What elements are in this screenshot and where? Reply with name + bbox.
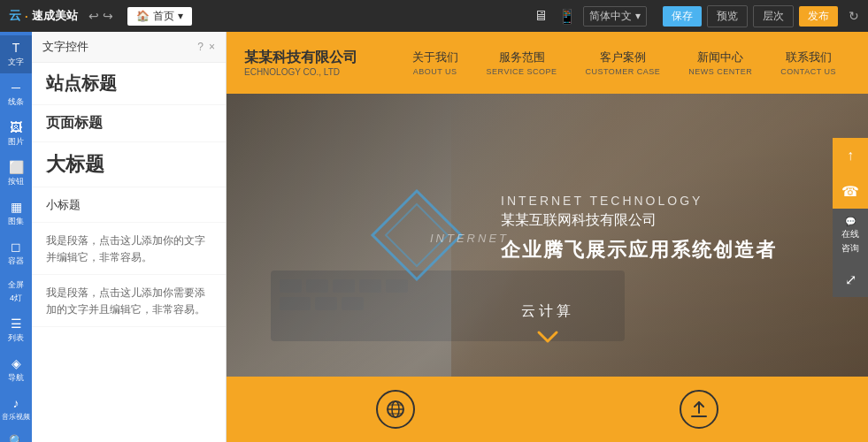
refresh-icon[interactable]: ↻	[849, 9, 859, 23]
media-icon: ♪	[13, 396, 19, 410]
chat-label: 在线	[841, 228, 859, 240]
sidebar-item-nav[interactable]: ◈ 导航	[0, 351, 32, 389]
undo-redo-group: ↩ ↪	[88, 9, 113, 23]
site-nav: 某某科技有限公司 ECHNOLOGY CO., LTD 关于我们 ABOUT U…	[227, 32, 868, 94]
hero-tagline: 企业腾飞展示应用系统创造者	[501, 237, 841, 263]
nav-icon: ◈	[12, 356, 21, 370]
chevron-down-svg	[534, 328, 561, 346]
scroll-top-button[interactable]: ↑	[833, 138, 868, 173]
logo-dot: ·	[25, 10, 28, 23]
sidebar-item-container[interactable]: ◻ 容器	[0, 234, 32, 272]
nav-item-contact[interactable]: 联系我们 CONTACT US	[766, 50, 850, 76]
redo-button[interactable]: ↪	[103, 9, 113, 23]
lang-select[interactable]: 简体中文 ▾	[583, 6, 647, 27]
chat-button[interactable]: 💬 在线 咨询	[833, 209, 868, 262]
hero-section: INTERNET INTERNET TECHNOLOGY 某某互联网科技有限公司…	[227, 94, 868, 377]
bottom-icon-bar	[227, 377, 868, 442]
desktop-icon[interactable]: 🖥	[534, 8, 548, 24]
text-panel-close-icon[interactable]: ×	[209, 41, 215, 53]
hero-arrow-down-icon	[534, 328, 561, 350]
preview-button[interactable]: 预览	[707, 5, 748, 27]
right-actions-bar: 保存 预览 层次 发布 ↻	[663, 5, 859, 27]
container-icon: ◻	[11, 240, 21, 254]
nav-cases-en: CUSTOMER CASE	[585, 67, 660, 76]
text-option-big-title[interactable]: 大标题	[32, 142, 226, 187]
text-option-small-title[interactable]: 小标题	[32, 187, 226, 223]
sidebar-label-text: 文字	[8, 57, 24, 68]
home-label: 首页	[153, 9, 174, 24]
upload-svg	[688, 399, 710, 420]
list-icon: ☰	[11, 316, 22, 331]
sidebar-label-nav: 导航	[8, 372, 24, 384]
search-icon: 🔍	[9, 434, 24, 442]
line-icon: ─	[12, 80, 20, 95]
site-logo-en: ECHNOLOGY CO., LTD	[244, 67, 398, 77]
arrow-up-icon: ↑	[847, 148, 854, 164]
sidebar-label-line: 线条	[8, 96, 24, 108]
tablet-icon[interactable]: 📱	[558, 8, 576, 25]
nav-item-cases[interactable]: 客户案例 CUSTOMER CASE	[571, 50, 674, 76]
nav-about-en: ABOUT US	[413, 67, 457, 76]
text-widget-panel: 文字控件 ? × 站点标题 页面标题 大标题 小标题 我是段落，点击这儿添加你的…	[32, 32, 227, 442]
text-option-page-title[interactable]: 页面标题	[32, 105, 226, 142]
big-title-label: 大标题	[46, 153, 104, 175]
paragraph2-label: 我是段落，点击这儿添加你需要添加的文字并且编辑它，非常容易。	[46, 286, 205, 316]
sidebar-item-media[interactable]: ♪ 音乐视频	[0, 391, 32, 427]
text-panel-help-icon[interactable]: ?	[197, 41, 204, 53]
sidebar-item-line[interactable]: ─ 线条	[0, 75, 32, 113]
sidebar-item-gallery[interactable]: ▦ 图集	[0, 194, 32, 232]
logo-text: 速成美站	[32, 8, 78, 24]
sidebar-label-fullscreen: 4灯	[10, 293, 22, 304]
sidebar-label-list: 列表	[8, 332, 24, 344]
sidebar-label-image: 图片	[8, 136, 24, 148]
text-icon: T	[12, 41, 20, 55]
sidebar-item-image[interactable]: 🖼 图片	[0, 115, 32, 153]
logo-cloud: 云	[9, 8, 21, 24]
phone-button[interactable]: ☎	[833, 173, 868, 209]
sidebar-item-list[interactable]: ☰ 列表	[0, 311, 32, 349]
nav-item-news[interactable]: 新闻中心 NEWS CENTER	[674, 50, 766, 76]
lang-dropdown-icon: ▾	[635, 10, 641, 22]
globe-svg	[385, 399, 406, 420]
nav-contact-en: CONTACT US	[780, 67, 836, 76]
logo: 云·速成美站	[9, 8, 78, 24]
undo-button[interactable]: ↩	[88, 9, 99, 23]
button-icon: ⬜	[9, 160, 24, 174]
site-title-label: 站点标题	[46, 73, 117, 93]
sidebar-label-media: 音乐视频	[2, 412, 30, 422]
svg-rect-4	[333, 279, 355, 293]
website-preview: 某某科技有限公司 ECHNOLOGY CO., LTD 关于我们 ABOUT U…	[227, 32, 868, 442]
sidebar-item-text[interactable]: T 文字	[0, 35, 32, 73]
expand-button[interactable]: ⤢	[833, 262, 868, 297]
sidebar-item-button[interactable]: ⬜ 按钮	[0, 155, 32, 193]
phone-icon: ☎	[841, 183, 859, 200]
svg-rect-8	[315, 297, 337, 310]
topbar: 云·速成美站 ↩ ↪ 🏠 首页 ▾ 🖥 📱 简体中文 ▾ 保存 预览 层次 发布…	[0, 0, 868, 32]
svg-rect-3	[306, 279, 328, 293]
site-logo-cn: 某某科技有限公司	[244, 49, 398, 67]
image-icon: 🖼	[10, 120, 22, 134]
text-panel-actions: ? ×	[197, 41, 215, 53]
sidebar-item-search[interactable]: 🔍 分类搜索	[0, 429, 32, 442]
nav-item-about[interactable]: 关于我们 ABOUT US	[398, 50, 472, 76]
text-option-site-title[interactable]: 站点标题	[32, 63, 226, 105]
bottom-icon-upload[interactable]	[680, 390, 718, 429]
nav-item-service[interactable]: 服务范围 SERVICE SCOPE	[472, 50, 572, 76]
right-floating-actions: ↑ ☎ 💬 在线 咨询 ⤢	[833, 138, 868, 297]
home-tab[interactable]: 🏠 首页 ▾	[127, 7, 192, 26]
text-option-paragraph2[interactable]: 我是段落，点击这儿添加你需要添加的文字并且编辑它，非常容易。	[32, 275, 226, 327]
sidebar: T 文字 ─ 线条 🖼 图片 ⬜ 按钮 ▦ 图集 ◻ 容器 全屏 4灯 ☰ 列	[0, 32, 32, 442]
nav-news-cn: 新闻中心	[697, 50, 743, 65]
publish-button[interactable]: 发布	[799, 6, 838, 27]
expand-icon: ⤢	[845, 271, 856, 288]
text-option-paragraph1[interactable]: 我是段落，点击这儿添加你的文字并编辑它，非常容易。	[32, 223, 226, 275]
nav-news-en: NEWS CENTER	[688, 67, 752, 76]
history-button[interactable]: 层次	[753, 5, 794, 27]
bottom-icon-globe[interactable]	[376, 390, 415, 429]
lang-label: 简体中文	[589, 9, 632, 24]
sidebar-item-fullscreen[interactable]: 全屏 4灯	[0, 274, 32, 309]
save-button[interactable]: 保存	[663, 6, 702, 27]
fullscreen-icon: 全屏	[8, 279, 24, 291]
svg-rect-2	[280, 279, 302, 293]
nav-service-cn: 服务范围	[499, 50, 545, 65]
